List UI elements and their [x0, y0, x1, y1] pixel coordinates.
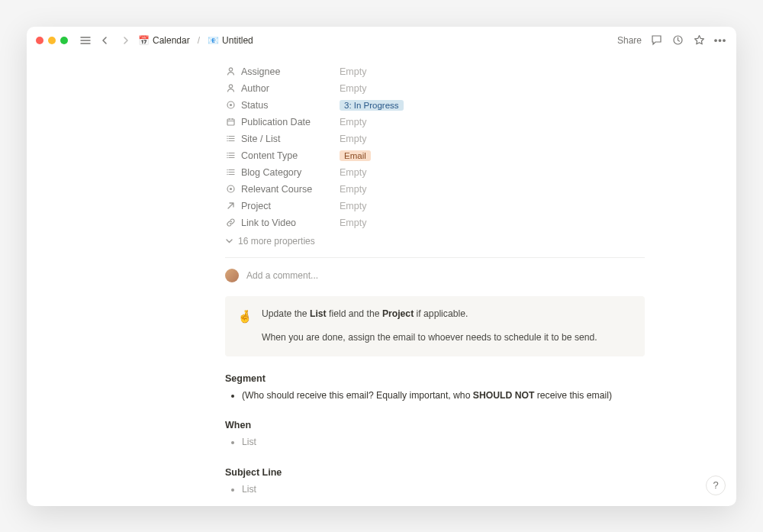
- svg-point-4: [229, 104, 231, 106]
- property-row[interactable]: Relevant CourseEmpty: [225, 181, 645, 198]
- list-item[interactable]: List: [242, 435, 645, 450]
- list-icon: [225, 150, 236, 161]
- help-button[interactable]: ?: [706, 476, 726, 495]
- property-row[interactable]: AuthorEmpty: [225, 80, 645, 97]
- property-label: Content Type: [241, 150, 298, 161]
- svg-point-7: [227, 138, 227, 139]
- fingers-crossed-emoji-icon: 🤞: [237, 307, 253, 346]
- link-icon: [225, 218, 236, 228]
- property-label: Status: [241, 100, 268, 111]
- property-label: Publication Date: [241, 117, 311, 127]
- comment-placeholder: Add a comment...: [246, 270, 318, 281]
- forward-button[interactable]: [118, 34, 132, 47]
- property-row[interactable]: Link to VideoEmpty: [225, 214, 645, 231]
- properties-list: AssigneeEmptyAuthorEmptyStatus3: In Prog…: [225, 63, 645, 231]
- person-icon: [225, 66, 236, 77]
- property-label: Author: [241, 83, 269, 94]
- more-properties-toggle[interactable]: 16 more properties: [225, 236, 645, 258]
- property-value[interactable]: Empty: [340, 167, 366, 178]
- svg-point-8: [227, 140, 227, 141]
- property-row[interactable]: ProjectEmpty: [225, 198, 645, 214]
- breadcrumb-parent[interactable]: 📅 Calendar: [138, 35, 190, 46]
- property-label: Assignee: [241, 66, 280, 77]
- svg-point-9: [227, 153, 227, 153]
- comments-icon[interactable]: [649, 34, 663, 47]
- property-value[interactable]: Empty: [340, 218, 366, 228]
- sidebar-toggle-icon[interactable]: [79, 34, 92, 47]
- property-row[interactable]: Publication DateEmpty: [225, 114, 645, 131]
- section-heading-segment[interactable]: Segment: [225, 373, 645, 384]
- avatar: [225, 269, 239, 282]
- property-label: Blog Category: [241, 167, 301, 178]
- callout-block[interactable]: 🤞 Update the List field and the Project …: [225, 296, 645, 356]
- list-icon: [225, 134, 236, 144]
- minimize-window-button[interactable]: [48, 37, 56, 44]
- topbar-actions: Share •••: [617, 34, 727, 47]
- page-emoji-icon: 📧: [208, 35, 219, 46]
- more-properties-label: 16 more properties: [238, 236, 315, 247]
- share-button[interactable]: Share: [617, 35, 642, 46]
- comment-input-row[interactable]: Add a comment...: [225, 258, 645, 296]
- more-menu-icon[interactable]: •••: [713, 34, 727, 47]
- chevron-down-icon: [225, 237, 233, 245]
- close-window-button[interactable]: [36, 37, 43, 44]
- callout-text: Update the List field and the Project if…: [262, 307, 597, 346]
- section-heading-subject[interactable]: Subject Line: [225, 467, 645, 478]
- svg-point-12: [227, 169, 227, 170]
- calendar-icon: [225, 117, 236, 127]
- calendar-emoji-icon: 📅: [138, 35, 150, 46]
- property-value[interactable]: Empty: [340, 66, 366, 77]
- property-row[interactable]: Site / ListEmpty: [225, 131, 645, 147]
- property-value[interactable]: Empty: [340, 83, 366, 94]
- property-label: Relevant Course: [241, 184, 312, 195]
- topbar: 📅 Calendar / 📧 Untitled Share •••: [27, 27, 736, 54]
- svg-rect-5: [227, 119, 234, 125]
- property-label: Link to Video: [241, 218, 296, 228]
- svg-point-16: [229, 188, 231, 190]
- breadcrumb-parent-label: Calendar: [153, 35, 190, 46]
- property-value[interactable]: Empty: [340, 201, 366, 211]
- property-row[interactable]: Blog CategoryEmpty: [225, 164, 645, 181]
- svg-point-13: [227, 172, 227, 172]
- breadcrumb-separator: /: [198, 35, 200, 46]
- maximize-window-button[interactable]: [60, 37, 68, 44]
- page-content: AssigneeEmptyAuthorEmptyStatus3: In Prog…: [27, 54, 736, 506]
- property-value[interactable]: 3: In Progress: [340, 100, 404, 111]
- list-icon: [225, 167, 236, 178]
- property-value[interactable]: Email: [340, 150, 371, 161]
- svg-point-10: [227, 155, 227, 156]
- property-row[interactable]: Content TypeEmail: [225, 147, 645, 164]
- property-row[interactable]: Status3: In Progress: [225, 97, 645, 114]
- svg-point-11: [227, 157, 227, 158]
- clock-icon[interactable]: [671, 34, 684, 47]
- person-icon: [225, 83, 236, 94]
- svg-point-2: [229, 85, 232, 88]
- star-icon[interactable]: [692, 34, 706, 47]
- property-label: Project: [241, 201, 271, 211]
- svg-point-14: [227, 174, 227, 175]
- list-item[interactable]: (Who should receive this email? Equally …: [242, 389, 645, 404]
- breadcrumb-page[interactable]: 📧 Untitled: [208, 35, 253, 46]
- status-icon: [225, 100, 236, 111]
- property-value[interactable]: Empty: [340, 117, 366, 127]
- app-window: 📅 Calendar / 📧 Untitled Share ••• Assign…: [27, 27, 736, 506]
- property-value[interactable]: Empty: [340, 184, 366, 195]
- window-controls: [36, 37, 68, 44]
- property-label: Site / List: [241, 134, 280, 144]
- svg-point-6: [227, 136, 227, 137]
- section-heading-when[interactable]: When: [225, 420, 645, 430]
- svg-point-1: [229, 68, 232, 71]
- breadcrumb-page-label: Untitled: [222, 35, 253, 46]
- list-item[interactable]: List: [242, 482, 645, 498]
- arrow-icon: [225, 201, 236, 211]
- property-row[interactable]: AssigneeEmpty: [225, 63, 645, 80]
- back-button[interactable]: [98, 34, 112, 47]
- property-value[interactable]: Empty: [340, 134, 366, 144]
- status-icon: [225, 184, 236, 195]
